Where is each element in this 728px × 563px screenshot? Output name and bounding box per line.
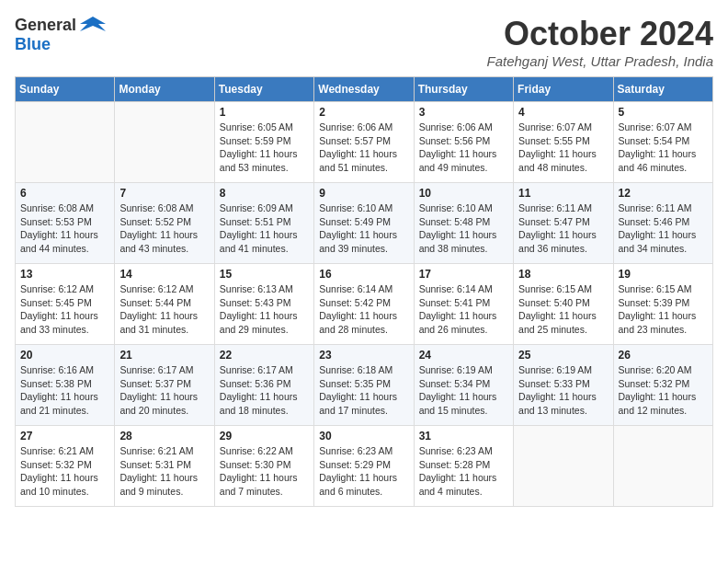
- day-number: 9: [319, 187, 408, 200]
- day-number: 20: [20, 349, 109, 362]
- table-row: 13Sunrise: 6:12 AM Sunset: 5:45 PM Dayli…: [16, 264, 115, 345]
- day-info: Sunrise: 6:08 AM Sunset: 5:53 PM Dayligh…: [20, 201, 109, 256]
- day-info: Sunrise: 6:15 AM Sunset: 5:39 PM Dayligh…: [619, 282, 708, 337]
- calendar-week-1: 1Sunrise: 6:05 AM Sunset: 5:59 PM Daylig…: [16, 102, 713, 183]
- table-row: 11Sunrise: 6:11 AM Sunset: 5:47 PM Dayli…: [514, 183, 613, 264]
- day-info: Sunrise: 6:16 AM Sunset: 5:38 PM Dayligh…: [20, 363, 109, 418]
- day-info: Sunrise: 6:10 AM Sunset: 5:49 PM Dayligh…: [319, 201, 408, 256]
- calendar-week-3: 13Sunrise: 6:12 AM Sunset: 5:45 PM Dayli…: [16, 264, 713, 345]
- table-row: 16Sunrise: 6:14 AM Sunset: 5:42 PM Dayli…: [314, 264, 414, 345]
- table-row: 17Sunrise: 6:14 AM Sunset: 5:41 PM Dayli…: [414, 264, 513, 345]
- day-info: Sunrise: 6:09 AM Sunset: 5:51 PM Dayligh…: [220, 201, 309, 256]
- day-number: 17: [419, 268, 508, 281]
- table-row: 19Sunrise: 6:15 AM Sunset: 5:39 PM Dayli…: [613, 264, 712, 345]
- day-number: 1: [220, 106, 309, 119]
- day-info: Sunrise: 6:12 AM Sunset: 5:45 PM Dayligh…: [20, 282, 109, 337]
- day-number: 25: [518, 349, 608, 362]
- day-number: 22: [220, 349, 309, 362]
- day-number: 28: [119, 430, 209, 442]
- table-row: 24Sunrise: 6:19 AM Sunset: 5:34 PM Dayli…: [414, 345, 513, 426]
- table-row: 28Sunrise: 6:21 AM Sunset: 5:31 PM Dayli…: [115, 426, 214, 507]
- day-number: 5: [619, 106, 708, 119]
- day-info: Sunrise: 6:21 AM Sunset: 5:32 PM Dayligh…: [20, 444, 109, 499]
- table-row: 27Sunrise: 6:21 AM Sunset: 5:32 PM Dayli…: [16, 426, 115, 507]
- day-info: Sunrise: 6:07 AM Sunset: 5:55 PM Dayligh…: [518, 121, 608, 175]
- table-row: 14Sunrise: 6:12 AM Sunset: 5:44 PM Dayli…: [115, 264, 214, 345]
- day-info: Sunrise: 6:07 AM Sunset: 5:54 PM Dayligh…: [619, 121, 708, 175]
- logo-bird-icon: [80, 15, 106, 35]
- table-row: 3Sunrise: 6:06 AM Sunset: 5:56 PM Daylig…: [414, 102, 513, 183]
- header-sunday: Sunday: [16, 77, 115, 102]
- day-number: 21: [119, 349, 209, 362]
- table-row: 18Sunrise: 6:15 AM Sunset: 5:40 PM Dayli…: [514, 264, 613, 345]
- calendar-week-4: 20Sunrise: 6:16 AM Sunset: 5:38 PM Dayli…: [16, 345, 713, 426]
- day-info: Sunrise: 6:11 AM Sunset: 5:47 PM Dayligh…: [518, 201, 608, 256]
- header-tuesday: Tuesday: [214, 77, 313, 102]
- day-info: Sunrise: 6:14 AM Sunset: 5:41 PM Dayligh…: [419, 282, 508, 337]
- day-info: Sunrise: 6:14 AM Sunset: 5:42 PM Dayligh…: [319, 282, 408, 337]
- table-row: 20Sunrise: 6:16 AM Sunset: 5:38 PM Dayli…: [16, 345, 115, 426]
- table-row: 5Sunrise: 6:07 AM Sunset: 5:54 PM Daylig…: [613, 102, 712, 183]
- table-row: 15Sunrise: 6:13 AM Sunset: 5:43 PM Dayli…: [214, 264, 313, 345]
- table-row: 22Sunrise: 6:17 AM Sunset: 5:36 PM Dayli…: [214, 345, 313, 426]
- table-row: 2Sunrise: 6:06 AM Sunset: 5:57 PM Daylig…: [314, 102, 414, 183]
- table-row: 4Sunrise: 6:07 AM Sunset: 5:55 PM Daylig…: [514, 102, 613, 183]
- day-info: Sunrise: 6:23 AM Sunset: 5:29 PM Dayligh…: [319, 444, 408, 499]
- day-info: Sunrise: 6:20 AM Sunset: 5:32 PM Dayligh…: [619, 363, 708, 418]
- day-number: 24: [419, 349, 508, 362]
- day-number: 30: [319, 430, 408, 442]
- day-info: Sunrise: 6:19 AM Sunset: 5:33 PM Dayligh…: [518, 363, 608, 418]
- header-wednesday: Wednesday: [314, 77, 414, 102]
- day-info: Sunrise: 6:23 AM Sunset: 5:28 PM Dayligh…: [419, 444, 508, 499]
- day-info: Sunrise: 6:22 AM Sunset: 5:30 PM Dayligh…: [220, 444, 309, 499]
- day-number: 6: [20, 187, 109, 200]
- day-info: Sunrise: 6:15 AM Sunset: 5:40 PM Dayligh…: [518, 282, 608, 337]
- logo: General Blue: [15, 15, 106, 54]
- table-row: 10Sunrise: 6:10 AM Sunset: 5:48 PM Dayli…: [414, 183, 513, 264]
- table-row: [514, 426, 613, 507]
- logo-blue-text: Blue: [15, 35, 51, 53]
- day-info: Sunrise: 6:17 AM Sunset: 5:37 PM Dayligh…: [119, 363, 209, 418]
- table-row: 29Sunrise: 6:22 AM Sunset: 5:30 PM Dayli…: [214, 426, 313, 507]
- header-friday: Friday: [514, 77, 613, 102]
- month-title: October 2024: [486, 15, 713, 53]
- day-number: 8: [220, 187, 309, 200]
- day-number: 26: [619, 349, 708, 362]
- title-block: October 2024 Fatehganj West, Uttar Prade…: [486, 15, 713, 69]
- day-number: 13: [20, 268, 109, 281]
- day-number: 19: [619, 268, 708, 281]
- day-info: Sunrise: 6:10 AM Sunset: 5:48 PM Dayligh…: [419, 201, 508, 256]
- svg-marker-0: [80, 17, 106, 31]
- day-info: Sunrise: 6:06 AM Sunset: 5:57 PM Dayligh…: [319, 121, 408, 175]
- day-number: 29: [220, 430, 309, 442]
- table-row: 31Sunrise: 6:23 AM Sunset: 5:28 PM Dayli…: [414, 426, 513, 507]
- day-number: 3: [419, 106, 508, 119]
- day-number: 12: [619, 187, 708, 200]
- day-info: Sunrise: 6:08 AM Sunset: 5:52 PM Dayligh…: [119, 201, 209, 256]
- day-info: Sunrise: 6:18 AM Sunset: 5:35 PM Dayligh…: [319, 363, 408, 418]
- day-number: 15: [220, 268, 309, 281]
- day-number: 16: [319, 268, 408, 281]
- table-row: 8Sunrise: 6:09 AM Sunset: 5:51 PM Daylig…: [214, 183, 313, 264]
- day-number: 11: [518, 187, 608, 200]
- day-info: Sunrise: 6:13 AM Sunset: 5:43 PM Dayligh…: [220, 282, 309, 337]
- calendar-table: Sunday Monday Tuesday Wednesday Thursday…: [15, 76, 713, 507]
- header-monday: Monday: [115, 77, 214, 102]
- day-number: 18: [518, 268, 608, 281]
- table-row: 9Sunrise: 6:10 AM Sunset: 5:49 PM Daylig…: [314, 183, 414, 264]
- table-row: 25Sunrise: 6:19 AM Sunset: 5:33 PM Dayli…: [514, 345, 613, 426]
- table-row: 6Sunrise: 6:08 AM Sunset: 5:53 PM Daylig…: [16, 183, 115, 264]
- day-number: 14: [119, 268, 209, 281]
- table-row: 7Sunrise: 6:08 AM Sunset: 5:52 PM Daylig…: [115, 183, 214, 264]
- table-row: 23Sunrise: 6:18 AM Sunset: 5:35 PM Dayli…: [314, 345, 414, 426]
- table-row: 12Sunrise: 6:11 AM Sunset: 5:46 PM Dayli…: [613, 183, 712, 264]
- day-info: Sunrise: 6:17 AM Sunset: 5:36 PM Dayligh…: [220, 363, 309, 418]
- day-number: 27: [20, 430, 109, 442]
- table-row: 21Sunrise: 6:17 AM Sunset: 5:37 PM Dayli…: [115, 345, 214, 426]
- table-row: 26Sunrise: 6:20 AM Sunset: 5:32 PM Dayli…: [613, 345, 712, 426]
- day-number: 23: [319, 349, 408, 362]
- table-row: [16, 102, 115, 183]
- day-number: 4: [518, 106, 608, 119]
- table-row: [613, 426, 712, 507]
- table-row: 1Sunrise: 6:05 AM Sunset: 5:59 PM Daylig…: [214, 102, 313, 183]
